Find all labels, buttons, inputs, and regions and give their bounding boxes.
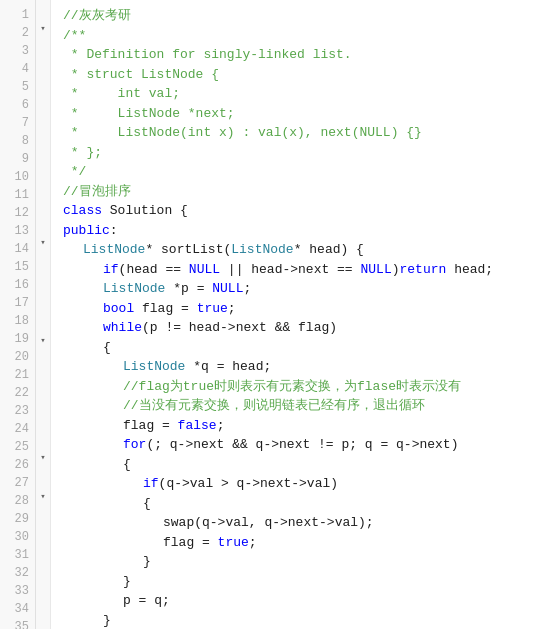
code-line: * struct ListNode { (63, 65, 554, 85)
fold-marker (36, 566, 50, 586)
line-number: 34 (0, 600, 35, 618)
fold-marker (36, 390, 50, 410)
line-number: 10 (0, 168, 35, 186)
code-line: for(; q->next && q->next != p; q = q->ne… (63, 435, 554, 455)
code-line: { (63, 455, 554, 475)
code-line: flag = true; (63, 533, 554, 553)
fold-marker (36, 137, 50, 157)
fold-marker (36, 624, 50, 629)
fold-marker (36, 429, 50, 449)
code-line: //flag为true时则表示有元素交换，为flase时表示没有 (63, 377, 554, 397)
fold-marker (36, 585, 50, 605)
code-line: if(q->val > q->next->val) (63, 474, 554, 494)
code-line: * ListNode(int x) : val(x), next(NULL) {… (63, 123, 554, 143)
line-number: 19 (0, 330, 35, 348)
line-number: 18 (0, 312, 35, 330)
line-number: 31 (0, 546, 35, 564)
line-number: 13 (0, 222, 35, 240)
line-number: 33 (0, 582, 35, 600)
fold-marker (36, 527, 50, 547)
line-number: 14 (0, 240, 35, 258)
line-number: 17 (0, 294, 35, 312)
fold-column: ▾▾▾▾▾ (36, 0, 51, 629)
fold-marker (36, 39, 50, 59)
line-number: 32 (0, 564, 35, 582)
line-number: 30 (0, 528, 35, 546)
fold-marker (36, 156, 50, 176)
code-line: } (63, 552, 554, 572)
code-line: p = q; (63, 591, 554, 611)
fold-marker (36, 410, 50, 430)
code-line: public: (63, 221, 554, 241)
code-line: /** (63, 26, 554, 46)
fold-marker[interactable]: ▾ (36, 20, 50, 40)
code-line: //冒泡排序 (63, 182, 554, 202)
line-number: 20 (0, 348, 35, 366)
line-number: 29 (0, 510, 35, 528)
fold-marker (36, 195, 50, 215)
line-number: 15 (0, 258, 35, 276)
fold-marker[interactable]: ▾ (36, 332, 50, 352)
line-number: 2 (0, 24, 35, 42)
line-number: 26 (0, 456, 35, 474)
line-number: 27 (0, 474, 35, 492)
line-number: 3 (0, 42, 35, 60)
fold-marker (36, 0, 50, 20)
line-number: 7 (0, 114, 35, 132)
fold-marker (36, 78, 50, 98)
code-line: ListNode *p = NULL; (63, 279, 554, 299)
line-numbers: 1234567891011121314151617181920212223242… (0, 0, 36, 629)
line-number: 8 (0, 132, 35, 150)
fold-marker (36, 98, 50, 118)
code-line: swap(q->val, q->next->val); (63, 513, 554, 533)
line-number: 35 (0, 618, 35, 629)
fold-marker (36, 273, 50, 293)
line-number: 9 (0, 150, 35, 168)
code-line: * ListNode *next; (63, 104, 554, 124)
fold-marker (36, 176, 50, 196)
line-number: 16 (0, 276, 35, 294)
line-number: 25 (0, 438, 35, 456)
fold-marker (36, 468, 50, 488)
code-line: * Definition for singly-linked list. (63, 45, 554, 65)
code-line: while(p != head->next && flag) (63, 318, 554, 338)
code-editor: 1234567891011121314151617181920212223242… (0, 0, 554, 629)
fold-marker (36, 351, 50, 371)
fold-marker (36, 507, 50, 527)
line-number: 6 (0, 96, 35, 114)
code-line: } (63, 611, 554, 630)
fold-marker (36, 546, 50, 566)
code-line: class Solution { (63, 201, 554, 221)
fold-marker (36, 215, 50, 235)
code-content: //灰灰考研/** * Definition for singly-linked… (51, 0, 554, 629)
line-number: 23 (0, 402, 35, 420)
fold-marker (36, 293, 50, 313)
line-number: 24 (0, 420, 35, 438)
fold-marker (36, 371, 50, 391)
line-number: 21 (0, 366, 35, 384)
fold-marker (36, 605, 50, 625)
fold-marker (36, 254, 50, 274)
code-line: { (63, 494, 554, 514)
fold-marker[interactable]: ▾ (36, 449, 50, 469)
fold-marker[interactable]: ▾ (36, 234, 50, 254)
line-number: 1 (0, 6, 35, 24)
code-line: } (63, 572, 554, 592)
line-number: 4 (0, 60, 35, 78)
code-line: flag = false; (63, 416, 554, 436)
code-line: ListNode* sortList(ListNode* head) { (63, 240, 554, 260)
fold-marker (36, 312, 50, 332)
fold-marker[interactable]: ▾ (36, 488, 50, 508)
code-line: if(head == NULL || head->next == NULL)re… (63, 260, 554, 280)
code-line: ListNode *q = head; (63, 357, 554, 377)
fold-marker (36, 117, 50, 137)
line-number: 11 (0, 186, 35, 204)
line-number: 5 (0, 78, 35, 96)
code-line: //灰灰考研 (63, 6, 554, 26)
code-line: //当没有元素交换，则说明链表已经有序，退出循环 (63, 396, 554, 416)
code-line: { (63, 338, 554, 358)
fold-marker (36, 59, 50, 79)
code-line: bool flag = true; (63, 299, 554, 319)
code-line: */ (63, 162, 554, 182)
line-number: 22 (0, 384, 35, 402)
